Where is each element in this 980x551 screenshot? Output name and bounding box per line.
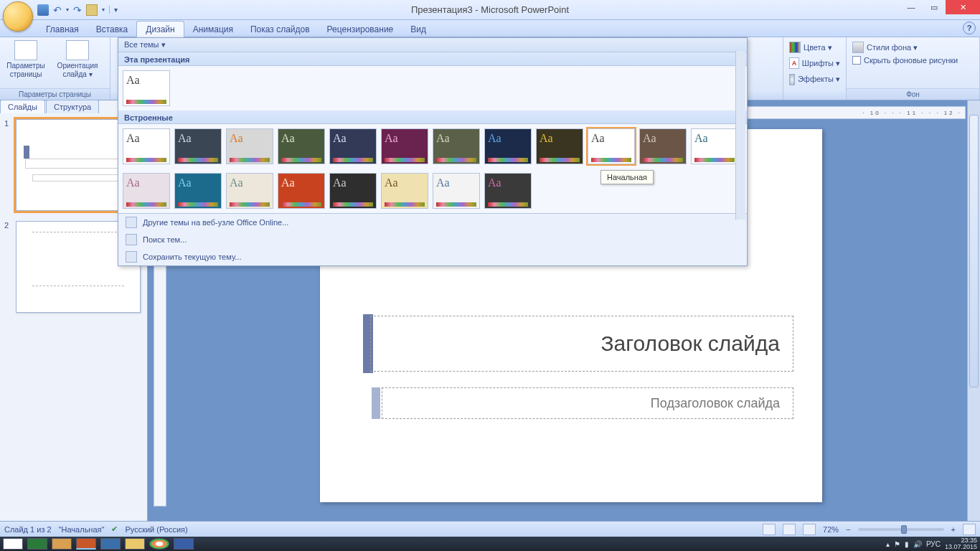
theme-sample-text: Aa [488, 176, 528, 189]
close-button[interactable]: ✕ [946, 0, 980, 14]
theme-thumbnail[interactable]: Aa [226, 173, 273, 209]
taskbar-excel-icon[interactable] [27, 538, 47, 550]
zoom-slider[interactable] [858, 528, 944, 531]
tray-network-icon[interactable]: ▮ [905, 540, 909, 548]
theme-sample-text: Aa [385, 176, 425, 189]
maximize-button[interactable]: ▭ [923, 0, 946, 14]
zoom-level[interactable]: 72% [823, 525, 839, 534]
colors-button[interactable]: Цвета ▾ [786, 40, 843, 55]
theme-thumbnail[interactable]: Aa [433, 128, 480, 164]
group-label: Параметры страницы [0, 88, 110, 100]
tab-slideshow[interactable]: Показ слайдов [242, 22, 319, 37]
theme-thumbnail[interactable]: Aa [174, 128, 222, 164]
window-controls: — ▭ ✕ [900, 0, 980, 14]
taskbar-app-icon[interactable] [100, 538, 121, 550]
bg-styles-button[interactable]: Стили фона ▾ [849, 40, 976, 55]
more-themes-online[interactable]: Другие темы на веб-узле Office Online... [118, 214, 747, 231]
theme-color-swatch [230, 202, 270, 207]
zoom-out-button[interactable]: − [846, 525, 850, 534]
sorter-view-button[interactable] [783, 524, 796, 535]
slide-counter: Слайд 1 из 2 [4, 525, 52, 534]
minimize-button[interactable]: — [900, 0, 923, 14]
scrollbar-thumb[interactable] [969, 115, 979, 387]
theme-thumbnail[interactable]: Aa [123, 128, 170, 164]
browse-themes[interactable]: Поиск тем... [118, 231, 747, 248]
gallery-scrollbar[interactable] [735, 51, 745, 220]
theme-sample-text: Aa [436, 176, 476, 189]
undo-icon[interactable]: ↶ [53, 4, 62, 16]
gallery-header[interactable]: Все темы ▾ [118, 38, 747, 52]
print-icon[interactable] [86, 4, 98, 16]
taskbar-chrome-icon[interactable] [149, 538, 169, 550]
theme-sample-text: Aa [126, 74, 166, 87]
theme-thumbnail[interactable]: Aa [278, 173, 325, 209]
page-setup-icon [14, 40, 37, 60]
theme-thumbnail[interactable]: Aa [278, 128, 325, 164]
start-button[interactable] [3, 538, 23, 550]
office-button[interactable] [3, 1, 33, 32]
zoom-in-button[interactable]: + [951, 525, 956, 534]
tab-insert[interactable]: Вставка [88, 22, 137, 37]
tray-action-center-icon[interactable]: ⚑ [894, 540, 900, 548]
redo-icon[interactable]: ↷ [73, 4, 82, 16]
theme-thumbnail[interactable]: Aa [381, 173, 428, 209]
tab-outline[interactable]: Структура [46, 100, 99, 113]
effects-button[interactable]: Эффекты ▾ [786, 72, 843, 87]
save-current-theme[interactable]: Сохранить текущую тему... [118, 248, 747, 265]
tab-home[interactable]: Главная [37, 22, 88, 37]
theme-thumbnail[interactable]: Aa [329, 173, 377, 209]
theme-thumbnail[interactable]: Aa [433, 173, 480, 209]
subtitle-placeholder[interactable]: Подзаголовок слайда [382, 387, 793, 419]
tray-chevron-icon[interactable]: ▴ [886, 540, 890, 548]
theme-sample-text: Aa [436, 132, 476, 145]
tab-slides[interactable]: Слайды [0, 100, 45, 113]
tray-volume-icon[interactable]: 🔊 [913, 540, 922, 548]
theme-thumbnail[interactable]: Aa [329, 128, 377, 164]
theme-thumbnail[interactable]: Aa [381, 128, 428, 164]
fit-button[interactable] [963, 524, 976, 535]
gallery-grid-builtin: AaAaAaAaAaAaAaAaAaAaAaAaAaAaAaAaAaAaAaAa… [118, 124, 747, 213]
taskbar: ▴ ⚑ ▮ 🔊 РУС 23:35 13.07.2015 [0, 537, 980, 551]
theme-thumbnail[interactable]: Aa [226, 128, 273, 164]
title-placeholder[interactable]: Заголовок слайда [370, 316, 793, 372]
tab-view[interactable]: Вид [402, 22, 435, 37]
theme-thumbnail[interactable]: Aa [536, 128, 583, 164]
tab-animation[interactable]: Анимация [184, 22, 242, 37]
theme-thumbnail[interactable]: Aa [484, 128, 532, 164]
theme-thumbnail[interactable]: Aa [588, 128, 635, 164]
save-icon[interactable] [37, 4, 49, 16]
slideshow-view-button[interactable] [803, 524, 816, 535]
web-icon [126, 217, 137, 228]
taskbar-powerpoint-icon[interactable] [76, 538, 96, 550]
help-button[interactable]: ? [963, 22, 976, 34]
theme-color-swatch [643, 158, 683, 162]
theme-thumbnail[interactable]: Aa [174, 173, 222, 209]
theme-sample-text: Aa [333, 176, 373, 189]
tab-review[interactable]: Рецензирование [319, 22, 402, 37]
theme-color-swatch [385, 202, 425, 207]
language-status[interactable]: Русский (Россия) [125, 525, 187, 534]
taskbar-word-icon[interactable] [174, 538, 194, 550]
theme-color-swatch [333, 202, 373, 207]
theme-thumbnail[interactable]: Aa [123, 70, 170, 106]
slide-orientation-button[interactable]: Ориентация слайда ▾ [49, 39, 106, 80]
zoom-slider-thumb[interactable] [901, 525, 907, 534]
checkbox-icon [852, 56, 861, 65]
theme-thumbnail[interactable]: Aa [123, 173, 170, 209]
theme-thumbnail[interactable]: Aa [639, 128, 687, 164]
group-theme-options: Цвета ▾ AШрифты ▾ Эффекты ▾ x [783, 37, 847, 100]
taskbar-explorer-icon[interactable] [125, 538, 145, 550]
tray-language[interactable]: РУС [926, 540, 941, 548]
tab-design[interactable]: Дизайн [136, 21, 184, 37]
fonts-button[interactable]: AШрифты ▾ [786, 56, 843, 70]
spellcheck-icon[interactable]: ✔ [111, 524, 118, 534]
tray-clock[interactable]: 23:35 13.07.2015 [945, 537, 977, 550]
normal-view-button[interactable] [763, 524, 776, 535]
theme-thumbnail[interactable]: Aa [691, 128, 738, 164]
taskbar-paint-icon[interactable] [52, 538, 72, 550]
hide-bg-checkbox[interactable]: Скрыть фоновые рисунки [849, 55, 976, 66]
page-setup-button[interactable]: Параметры страницы [3, 39, 49, 80]
theme-sample-text: Aa [126, 176, 166, 189]
vertical-scrollbar[interactable] [967, 100, 980, 521]
theme-thumbnail[interactable]: Aa [484, 173, 532, 209]
